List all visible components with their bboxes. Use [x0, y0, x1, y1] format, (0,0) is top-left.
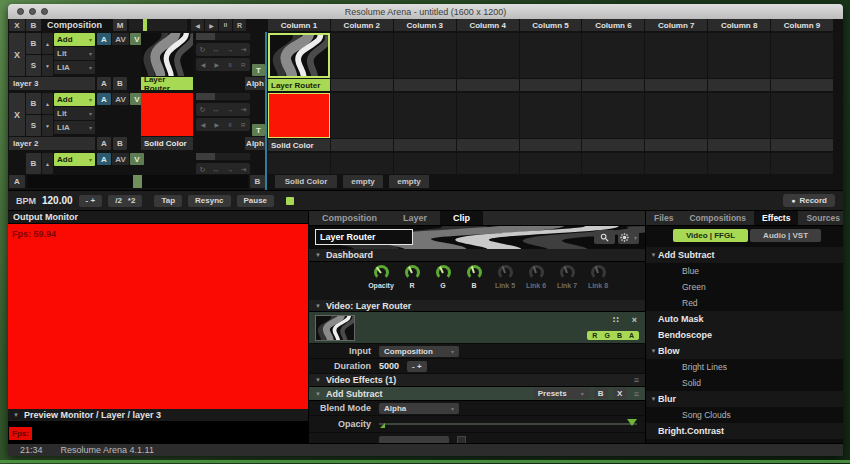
clip-cell-label[interactable] — [394, 79, 456, 91]
tree-item[interactable]: ▼Blur — [646, 391, 843, 407]
layer-blend-dropdown[interactable]: Add▾ — [54, 93, 95, 106]
clip-thumbnail[interactable] — [520, 33, 582, 78]
tab-compositions[interactable]: Compositions — [681, 211, 754, 225]
effect-remove-button[interactable]: X — [613, 388, 627, 399]
clip-cell[interactable] — [394, 33, 456, 91]
speed-slider-handle[interactable] — [143, 19, 147, 31]
channel-a-toggle[interactable]: A — [629, 332, 634, 339]
clip-loopmode-buttons[interactable]: ↻↔→⇥ — [196, 103, 250, 116]
column-header[interactable]: Column 7 — [645, 19, 707, 31]
clip-thumbnail[interactable] — [457, 153, 519, 174]
tab-layer[interactable]: Layer — [390, 211, 440, 225]
tab-composition[interactable]: Composition — [309, 211, 390, 225]
tree-item[interactable]: Bright Lines — [646, 359, 843, 375]
bounce-icon[interactable]: ↔ — [212, 166, 219, 173]
clip-thumbnail[interactable] — [645, 153, 707, 174]
clip-cell[interactable] — [708, 33, 770, 91]
layer-bypass-button[interactable]: B — [26, 33, 41, 54]
pause-icon[interactable]: II — [228, 62, 231, 68]
zoom-window-button[interactable] — [41, 8, 48, 15]
clip-cell[interactable] — [645, 93, 707, 151]
active-clip-name[interactable]: Layer Router — [141, 77, 193, 90]
pause-icon[interactable]: II — [228, 122, 231, 128]
clip-cell[interactable] — [520, 153, 582, 174]
crossfader-handle[interactable] — [133, 175, 142, 188]
clip-thumbnail[interactable] — [457, 93, 519, 138]
tab-clip[interactable]: Clip — [440, 211, 483, 225]
collapse-icon[interactable]: ▼ — [13, 412, 19, 418]
layer-param2-dropdown[interactable]: Lit▾ — [54, 47, 95, 60]
play-once-icon[interactable]: ⇥ — [241, 166, 247, 174]
clip-cell[interactable] — [520, 93, 582, 151]
clip-thumbnail[interactable] — [582, 153, 644, 174]
layer-video-button[interactable]: V — [130, 153, 144, 165]
composition-speed-slider[interactable] — [129, 19, 187, 31]
layer-down-button[interactable]: ▼ — [42, 55, 53, 76]
maximize-icon[interactable]: ∷ — [613, 315, 619, 325]
clip-thumbnail[interactable] — [771, 33, 833, 78]
clip-thumbnail[interactable] — [645, 33, 707, 78]
comp-back-button[interactable]: ◀ — [191, 19, 204, 31]
layer-name[interactable]: layer 3 — [9, 77, 95, 90]
layer-solo-button[interactable]: S — [26, 55, 41, 76]
layer-down-button[interactable]: ▼ — [42, 115, 53, 136]
clip-thumbnail[interactable] — [394, 33, 456, 78]
clip-thumbnail[interactable] — [457, 33, 519, 78]
clip-cell-label[interactable] — [520, 139, 582, 151]
clip-cell[interactable] — [582, 153, 644, 174]
clip-cell-label[interactable] — [582, 139, 644, 151]
random-icon[interactable]: R — [241, 62, 245, 68]
clip-name-input[interactable] — [315, 229, 413, 245]
bpm-dec-inc-button[interactable]: - + — [79, 195, 103, 207]
knob-r[interactable]: R — [398, 265, 426, 300]
collapse-icon[interactable]: ▼ — [646, 252, 658, 258]
queue-item[interactable]: Solid Color — [275, 175, 337, 188]
tree-item[interactable]: Blue — [646, 263, 843, 279]
layer-av-button[interactable]: AV — [112, 153, 129, 165]
clip-cell[interactable] — [771, 93, 833, 151]
composition-b-button[interactable]: B — [26, 19, 41, 31]
clip-cell-label[interactable] — [582, 79, 644, 91]
clip-cell[interactable] — [645, 153, 707, 174]
loop-icon[interactable]: ↻ — [200, 106, 206, 114]
clip-cell[interactable] — [645, 33, 707, 91]
layer-transition-button[interactable]: T — [252, 64, 265, 76]
clip-cell[interactable] — [331, 153, 393, 174]
layer-up-button[interactable]: ▲ — [42, 93, 53, 114]
column-header[interactable]: Column 9 — [771, 19, 833, 31]
crossfader-track[interactable] — [27, 175, 248, 188]
knob-g[interactable]: G — [429, 265, 457, 300]
video-section-header[interactable]: ▼Video: Layer Router — [309, 300, 645, 312]
clip-thumbnail[interactable] — [331, 93, 393, 138]
clip-thumbnail[interactable] — [645, 93, 707, 138]
clip-cell[interactable] — [394, 153, 456, 174]
clip-thumbnail[interactable] — [771, 93, 833, 138]
clip-cell[interactable] — [457, 93, 519, 151]
layer-clip-thumbnail[interactable] — [141, 93, 193, 136]
record-button[interactable]: ●Record — [783, 194, 835, 207]
column-header[interactable]: Column 8 — [708, 19, 770, 31]
clip-cell-label[interactable] — [394, 139, 456, 151]
layer-av-button[interactable]: AV — [112, 33, 129, 45]
clip-transport-buttons[interactable]: ◀▶IIR — [196, 118, 250, 131]
tree-item[interactable]: Bright.Contrast — [646, 423, 843, 439]
column-header[interactable]: Column 4 — [457, 19, 519, 31]
knob-link6[interactable]: Link 6 — [522, 265, 550, 300]
back-icon[interactable]: ◀ — [201, 61, 206, 68]
clip-cell-active[interactable]: Solid Color — [268, 93, 330, 151]
bounce-icon[interactable]: ↔ — [212, 106, 219, 113]
back-icon[interactable]: ◀ — [201, 121, 206, 128]
clip-transport-buttons[interactable]: ◀▶IIR — [196, 58, 250, 71]
channel-r-toggle[interactable]: R — [592, 332, 597, 339]
layer-x-button[interactable]: X — [9, 33, 25, 76]
play-forward-icon[interactable]: → — [227, 106, 234, 113]
clip-thumbnail[interactable] — [708, 33, 770, 78]
play-once-icon[interactable]: ⇥ — [241, 46, 247, 54]
bpm-half-double-button[interactable]: /2*2 — [108, 195, 142, 207]
tree-item[interactable]: Auto Mask — [646, 311, 843, 327]
layer-alpha-mode[interactable]: Alph — [245, 77, 265, 90]
layer-up-button[interactable]: ▲ — [42, 153, 53, 174]
drag-handle-icon[interactable]: ≡ — [634, 389, 639, 399]
clip-cell[interactable] — [582, 93, 644, 151]
search-button[interactable] — [594, 230, 615, 244]
